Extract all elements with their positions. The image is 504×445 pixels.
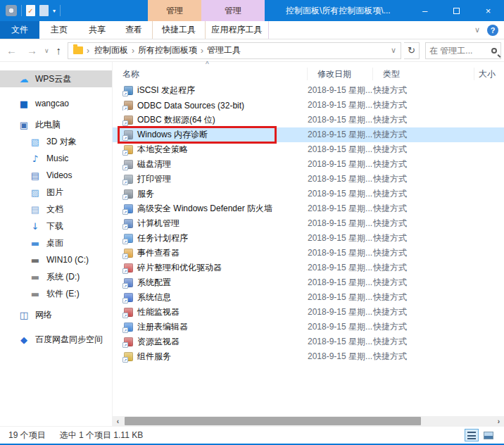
sidebar-item[interactable]: ▤文档 [0,201,112,218]
table-row[interactable]: 资源监视器2018-9-15 星期...快捷方式 [113,334,504,349]
table-row[interactable]: 高级安全 Windows Defender 防火墙2018-9-15 星期...… [113,201,504,216]
column-header-date[interactable]: 修改日期 [308,68,373,80]
table-row[interactable]: 任务计划程序2018-9-15 星期...快捷方式 [113,231,504,246]
file-name: 磁盘清理 [137,158,171,170]
file-type: 快捷方式 [373,188,474,200]
sidebar-item[interactable]: ◆百度网盘同步空间 [0,331,112,348]
quick-access-toolbar: ✓ . ▾ [0,0,66,21]
ribbon-tab[interactable]: 查看 [115,21,152,39]
help-icon[interactable]: ? [487,25,498,36]
table-row[interactable]: 碎片整理和优化驱动器2018-9-15 星期...快捷方式 [113,261,504,275]
customize-toolbar-chevron-icon[interactable]: ▾ [53,8,56,14]
column-header-type[interactable]: 类型 [373,68,474,80]
search-box[interactable] [425,42,501,59]
sidebar-item[interactable]: ▬软件 (E:) [0,285,112,302]
table-row[interactable]: Windows 内存诊断2018-9-15 星期...快捷方式 [113,127,504,142]
event-viewer-icon [124,249,133,258]
breadcrumb-item[interactable]: 所有控制面板项 [134,44,201,56]
selection-info: 选中 1 个项目 1.11 KB [60,430,143,441]
ribbon-tab[interactable]: 应用程序工具 [206,21,269,39]
file-type: 快捷方式 [373,351,474,363]
videos-icon: ▤ [30,170,41,181]
table-row[interactable]: 系统信息2018-9-15 星期...快捷方式 [113,290,504,305]
sidebar-item[interactable]: ↓下载 [0,218,112,234]
sidebar-item[interactable]: ◫网络 [0,306,112,323]
table-row[interactable]: ODBC 数据源(64 位)2018-9-15 星期...快捷方式 [113,113,504,127]
search-input[interactable] [429,46,490,56]
details-view-button[interactable] [465,429,479,441]
table-row[interactable]: 打印管理2018-9-15 星期...快捷方式 [113,172,504,187]
up-icon[interactable]: ↑ [53,44,65,56]
file-menu-button[interactable]: 文件 [0,21,39,39]
collapse-ribbon-chevron-icon[interactable]: ∨ [474,25,480,35]
services-icon [124,189,133,199]
table-row[interactable]: 系统配置2018-9-15 星期...快捷方式 [113,275,504,290]
forward-icon[interactable]: → [23,44,41,56]
file-date: 2018-9-15 星期... [308,247,373,259]
file-date: 2018-9-15 星期... [308,277,373,289]
table-row[interactable]: 注册表编辑器2018-9-15 星期...快捷方式 [113,320,504,334]
ribbon-tab[interactable]: 主页 [39,21,79,39]
odbc-icon [124,115,133,125]
sidebar-item[interactable]: ▧3D 对象 [0,133,112,150]
ribbon-tab[interactable]: 共享 [79,21,115,39]
table-row[interactable]: 计算机管理2018-9-15 星期...快捷方式 [113,216,504,231]
sidebar-item[interactable]: ▬桌面 [0,234,112,251]
address-dropdown-chevron-icon[interactable]: ∨ [391,46,396,55]
breadcrumb-item[interactable]: 管理工具 [203,44,244,56]
recent-locations-chevron-icon[interactable]: ∨ [44,47,50,54]
ribbon-tab[interactable]: 快捷工具 [152,21,206,39]
sidebar-item[interactable]: ♪Music [0,150,112,167]
maximize-button[interactable] [441,0,472,21]
minimize-button[interactable]: – [409,0,441,21]
table-row[interactable]: 事件查看器2018-9-15 星期...快捷方式 [113,246,504,261]
horizontal-scrollbar[interactable]: ‹ › [113,416,504,426]
sidebar-item-label: 下载 [46,220,63,232]
scroll-left-icon[interactable]: ‹ [113,418,123,425]
sidebar-item[interactable]: ■wangcao [0,95,112,112]
file-type: 快捷方式 [373,173,474,185]
address-box[interactable]: › 控制面板›所有控制面板项›管理工具 ∨ [68,42,401,59]
table-row[interactable]: 组件服务2018-9-15 星期...快捷方式 [113,349,504,364]
properties-icon[interactable]: ✓ [26,5,35,16]
refresh-button[interactable]: ↻ [404,42,420,59]
system-config-icon [124,278,133,287]
scrollbar-thumb[interactable] [125,417,421,425]
table-row[interactable]: 服务2018-9-15 星期...快捷方式 [113,187,504,201]
sidebar-item[interactable]: ▬WIN10 (C:) [0,251,112,268]
file-type: 快捷方式 [373,247,474,259]
file-date: 2018-9-15 星期... [308,306,373,318]
contextual-tab[interactable]: 管理 [148,0,201,21]
network-icon: ◫ [18,310,30,320]
sidebar-item[interactable]: ▨图片 [0,184,112,201]
sidebar-item[interactable]: ▣此电脑 [0,116,112,133]
sidebar-item[interactable]: ☁WPS云盘 [0,70,112,87]
table-row[interactable]: iSCSI 发起程序2018-9-15 星期...快捷方式 [113,83,504,98]
breadcrumb: 控制面板›所有控制面板项›管理工具 [91,44,244,56]
table-row[interactable]: 性能监视器2018-9-15 星期...快捷方式 [113,305,504,320]
contextual-tab[interactable]: 管理 [201,0,265,21]
table-row[interactable]: ODBC Data Sources (32-bit)2018-9-15 星期..… [113,98,504,113]
scroll-right-icon[interactable]: › [493,418,504,425]
close-button[interactable]: × [472,0,504,21]
scrollbar-track[interactable] [123,416,493,426]
column-header-size[interactable]: 大小 [474,68,504,80]
sort-ascending-icon[interactable]: ^ [206,61,209,68]
file-type: 快捷方式 [373,203,474,215]
back-icon[interactable]: ← [3,44,20,56]
sidebar-item[interactable]: ▤Videos [0,167,112,184]
table-row[interactable]: 本地安全策略2018-9-15 星期...快捷方式 [113,142,504,157]
sidebar-item-label: WPS云盘 [35,73,71,85]
resource-monitor-icon [124,337,133,346]
new-folder-icon[interactable]: . [39,5,49,16]
table-row[interactable]: 磁盘清理2018-9-15 星期...快捷方式 [113,157,504,172]
file-name: 本地安全策略 [137,144,188,156]
file-rows: iSCSI 发起程序2018-9-15 星期...快捷方式ODBC Data S… [113,83,504,364]
breadcrumb-item[interactable]: 控制面板 [91,44,132,56]
column-header-name[interactable]: 名称 [113,68,308,80]
thumbnail-view-button[interactable] [481,429,496,441]
drive-d-icon: ▬ [30,272,41,282]
music-icon: ♪ [30,153,41,164]
documents-icon: ▤ [30,204,41,215]
sidebar-item[interactable]: ▬系统 (D:) [0,268,112,285]
